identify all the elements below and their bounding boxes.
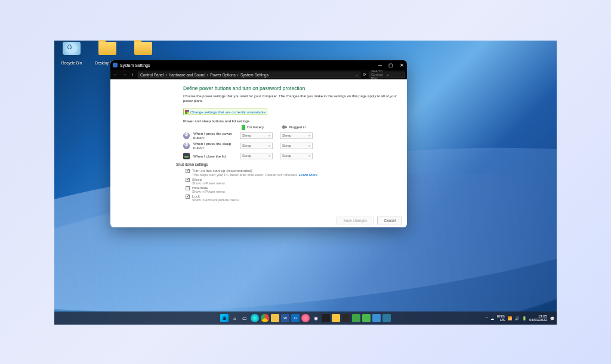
app-icon-2[interactable]: ◉ <box>311 314 320 322</box>
outlook-icon[interactable]: O <box>291 314 300 322</box>
checkbox-icon <box>186 169 190 173</box>
tray-chevron[interactable]: ^ <box>486 316 487 320</box>
battery-icon <box>242 125 245 130</box>
sleep-button-icon <box>183 143 190 149</box>
forward-button[interactable]: → <box>121 72 127 78</box>
edge-icon[interactable] <box>251 314 259 322</box>
app-icon <box>113 63 118 67</box>
section-power-buttons: Power and sleep buttons and lid settings <box>183 119 402 123</box>
app-icon-8[interactable] <box>372 314 381 322</box>
notifications-icon[interactable]: 💬 <box>550 316 554 320</box>
app-icon-5[interactable] <box>342 314 350 322</box>
system-settings-window: System Settings ─ ▢ ✕ ← → ↑ Control Pane… <box>110 60 407 227</box>
page-description: Choose the power settings that you want … <box>183 94 402 104</box>
battery-icon[interactable]: 🔋 <box>522 316 526 320</box>
lid-battery-select[interactable]: Sleep <box>240 153 273 159</box>
clock[interactable]: 13:0504/03/2022 <box>529 314 547 322</box>
volume-icon[interactable]: 🔊 <box>515 316 519 320</box>
plug-icon <box>282 125 287 129</box>
breadcrumb[interactable]: Control Panel› Hardware and Sound› Power… <box>138 72 360 78</box>
search-input[interactable]: Search Control Pan…⌕ <box>369 72 405 78</box>
checkbox-icon <box>186 195 190 199</box>
sleep-battery-select[interactable]: Sleep <box>240 143 273 149</box>
app-icon-4[interactable] <box>332 314 340 322</box>
cancel-button[interactable]: Cancel <box>377 217 402 224</box>
start-button[interactable]: ⊞ <box>220 314 229 322</box>
check-fast-startup[interactable]: Turn on fast start-up (recommended)This … <box>183 168 402 177</box>
maximize-button[interactable]: ▢ <box>388 63 394 68</box>
titlebar: System Settings ─ ▢ ✕ <box>110 60 407 70</box>
learn-more-link[interactable]: Learn More <box>299 172 318 177</box>
checkbox-icon <box>186 186 190 190</box>
row-power-button: When I press the power button: Sleep Sle… <box>183 131 402 140</box>
recycle-bin-icon[interactable]: Recycle Bin <box>57 42 87 67</box>
section-shutdown: Shut-down settings <box>176 162 402 166</box>
column-on-battery: On battery <box>242 125 264 130</box>
check-sleep[interactable]: SleepShow in Power menu. <box>183 177 402 185</box>
minimize-button[interactable]: ─ <box>377 63 383 68</box>
taskbar: ⊞ ⌕ ▭ W O ◉ ^ ☁ ENGUS 📶 🔊 🔋 <box>54 311 557 325</box>
onedrive-icon[interactable]: ☁ <box>490 316 494 320</box>
check-lock[interactable]: LockShow in account picture menu. <box>183 194 402 202</box>
window-title: System Settings <box>120 63 377 67</box>
app-icon-6[interactable] <box>352 314 360 322</box>
power-button-icon <box>183 132 190 139</box>
unlock-settings-link[interactable]: Change settings that are currently unava… <box>183 109 267 115</box>
refresh-button[interactable]: ⟳ <box>363 72 366 77</box>
wifi-icon[interactable]: 📶 <box>508 316 512 320</box>
app-icon-9[interactable] <box>382 314 391 322</box>
task-view-icon[interactable]: ▭ <box>240 314 249 322</box>
search-icon[interactable]: ⌕ <box>230 314 239 322</box>
chrome-icon[interactable] <box>261 314 269 322</box>
checkbox-icon <box>186 178 190 182</box>
lid-plugged-select[interactable]: Sleep <box>280 153 313 159</box>
address-bar: ← → ↑ Control Panel› Hardware and Sound›… <box>110 70 407 79</box>
app-icon-7[interactable] <box>362 314 371 322</box>
close-button[interactable]: ✕ <box>399 63 405 68</box>
shield-icon <box>185 110 189 114</box>
back-button[interactable]: ← <box>113 72 119 78</box>
lid-icon <box>183 153 190 159</box>
power-battery-select[interactable]: Sleep <box>240 132 273 139</box>
check-hibernate[interactable]: HibernateShow in Power menu. <box>183 186 402 193</box>
up-button[interactable]: ↑ <box>129 72 135 78</box>
save-button[interactable]: Save changes <box>337 217 374 224</box>
word-icon[interactable]: W <box>281 314 289 322</box>
column-plugged-in: Plugged in <box>282 125 306 130</box>
row-close-lid: When I close the lid: Sleep Sleep <box>183 152 402 161</box>
sleep-plugged-select[interactable]: Sleep <box>280 143 313 149</box>
language-indicator[interactable]: ENGUS <box>497 314 505 322</box>
row-sleep-button: When I press the sleep button: Sleep Sle… <box>183 141 402 150</box>
app-icon-3[interactable] <box>322 314 330 322</box>
power-plugged-select[interactable]: Sleep <box>280 132 313 139</box>
app-icon-1[interactable] <box>301 314 310 322</box>
page-heading: Define power buttons and turn on passwor… <box>183 85 402 91</box>
explorer-icon[interactable] <box>271 314 279 322</box>
